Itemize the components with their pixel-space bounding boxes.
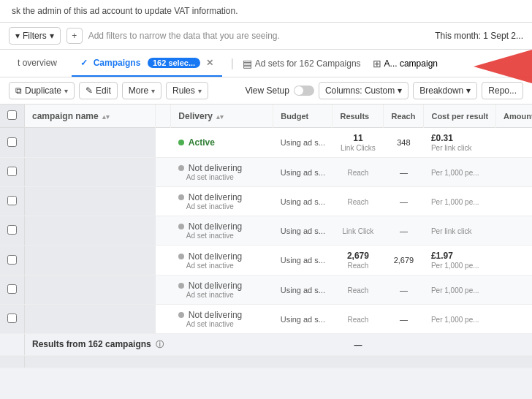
footer-checkbox: [0, 334, 25, 356]
edit-icon: ✎: [86, 86, 93, 96]
delivery-dot: [178, 224, 184, 229]
row-delivery: Not delivering Ad set inactive: [171, 216, 273, 246]
row-campaign-name: [25, 158, 156, 187]
row-reach: —: [384, 305, 424, 334]
th-checkbox: [0, 104, 25, 128]
row-amount: £0.00: [496, 276, 532, 305]
footer-results-checkbox: [0, 356, 25, 368]
table-row[interactable]: Not delivering Ad set inactive Using ad …: [0, 158, 532, 187]
info-icon[interactable]: ⓘ: [156, 340, 164, 349]
footer-label: Results from 162 campaigns ⓘ: [25, 334, 171, 356]
report-button[interactable]: Repo...: [482, 82, 523, 99]
breakdown-button[interactable]: Breakdown ▾: [413, 82, 477, 99]
chevron-down-icon: ▾: [64, 87, 68, 95]
row-cost: Per link click: [424, 216, 496, 246]
row-cost: Per 1,000 pe...: [424, 158, 496, 187]
tab-adsets[interactable]: ▤ Ad sets for 162 Campaigns: [243, 58, 361, 69]
more-button[interactable]: More ▾: [122, 82, 162, 99]
close-icon[interactable]: ✕: [206, 58, 213, 68]
row-select-checkbox[interactable]: [7, 255, 17, 265]
row-select-checkbox[interactable]: [7, 167, 17, 176]
duplicate-button[interactable]: ⧉ Duplicate ▾: [9, 82, 75, 99]
th-reach: Reach: [384, 104, 424, 128]
filters-button[interactable]: ▾ Filters ▾: [9, 27, 61, 45]
delivery-dot: [178, 165, 184, 171]
delivery-sub: Ad set inactive: [178, 173, 266, 181]
delivery-status: Not delivering: [189, 163, 242, 173]
results-value: 2,679: [340, 251, 376, 261]
cost-label: Per link click: [431, 227, 472, 235]
campaigns-table: campaign name ▴▾ Delivery ▴▾ Budget Resu…: [0, 104, 532, 368]
footer-results-cell: [25, 356, 533, 368]
cost-label: Per 1,000 pe...: [431, 169, 479, 177]
row-campaign-name: [25, 216, 156, 246]
cost-value: £1.97: [431, 251, 489, 261]
th-delivery[interactable]: Delivery ▴▾: [171, 104, 273, 128]
row-campaign-name: [25, 305, 156, 334]
row-budget: Using ad s...: [273, 128, 332, 158]
row-reach: —: [384, 216, 424, 246]
row-delivery: Not delivering Ad set inactive: [171, 305, 273, 334]
row-campaign-name: [25, 276, 156, 305]
adsets-icon: ▤: [243, 58, 252, 69]
sort-icon: ▴▾: [216, 113, 224, 121]
campaigns-icon: ✓: [80, 58, 88, 68]
row-select-checkbox[interactable]: [7, 225, 17, 235]
delivery-dot: [178, 283, 184, 289]
rules-button[interactable]: Rules ▾: [166, 82, 208, 99]
row-select-checkbox[interactable]: [7, 137, 17, 147]
footer-reach: —: [332, 334, 384, 356]
row-campaign-name: [25, 246, 156, 276]
row-checkbox: [0, 305, 25, 334]
footer-cost: [384, 334, 424, 356]
results-label: Link Click: [343, 227, 374, 235]
select-all-checkbox[interactable]: [7, 110, 17, 120]
row-amount: £5.28: [496, 246, 532, 276]
cost-label: Per 1,000 pe...: [431, 316, 479, 324]
table-row[interactable]: Active Using ad s... 11 Link Clicks 348 …: [0, 128, 532, 158]
row-results: Link Click: [332, 216, 384, 246]
row-select-checkbox[interactable]: [7, 314, 17, 323]
edit-button[interactable]: ✎ Edit: [79, 82, 118, 99]
tab-campaigns[interactable]: ✓ Campaigns 162 selec... ✕: [72, 50, 222, 77]
row-warning: [156, 187, 171, 216]
row-warning: [156, 158, 171, 187]
row-reach: —: [384, 187, 424, 216]
results-label: Reach: [347, 262, 368, 270]
row-checkbox: [0, 216, 25, 246]
delivery-sub: Ad set inactive: [178, 320, 266, 328]
row-cost: £1.97 Per 1,000 pe...: [424, 246, 496, 276]
row-warning: [156, 276, 171, 305]
row-cost: £0.31 Per link click: [424, 128, 496, 158]
cost-label: Per link click: [431, 144, 472, 152]
columns-button[interactable]: Columns: Custom ▾: [319, 82, 408, 99]
results-label: Link Clicks: [341, 144, 376, 152]
tab-ads[interactable]: ⊞ A... campaign: [373, 58, 438, 69]
th-budget: Budget: [273, 104, 332, 128]
toolbar-right: View Setup Columns: Custom ▾ Breakdown ▾…: [245, 82, 523, 99]
date-range[interactable]: This month: 1 Sept 2...: [435, 31, 523, 41]
row-delivery: Active: [171, 128, 273, 158]
red-arrow-annotation: [474, 50, 532, 83]
th-campaign-name[interactable]: campaign name ▴▾: [25, 104, 156, 128]
results-label: Reach: [347, 316, 368, 324]
row-results: 11 Link Clicks: [332, 128, 384, 158]
table-row[interactable]: Not delivering Ad set inactive Using ad …: [0, 305, 532, 334]
row-select-checkbox[interactable]: [7, 196, 17, 205]
view-setup-toggle[interactable]: [294, 86, 314, 96]
table-row[interactable]: Not delivering Ad set inactive Using ad …: [0, 216, 532, 246]
table-row[interactable]: Not delivering Ad set inactive Using ad …: [0, 246, 532, 276]
row-budget: Using ad s...: [273, 216, 332, 246]
row-reach: 348: [384, 128, 424, 158]
table-row[interactable]: Not delivering Ad set inactive Using ad …: [0, 187, 532, 216]
chevron-down-icon: ▾: [198, 87, 202, 95]
footer-cost2: [424, 334, 496, 356]
row-select-checkbox[interactable]: [7, 284, 17, 294]
cost-value: £0.31: [431, 133, 489, 143]
results-label: Reach: [347, 286, 368, 294]
tab-overview[interactable]: t overview: [9, 50, 66, 77]
add-filter-button[interactable]: +: [66, 28, 83, 44]
table-row[interactable]: Not delivering Ad set inactive Using ad …: [0, 276, 532, 305]
cost-label: Per 1,000 pe...: [431, 262, 479, 270]
th-campaign-label: campaign name: [32, 111, 99, 121]
